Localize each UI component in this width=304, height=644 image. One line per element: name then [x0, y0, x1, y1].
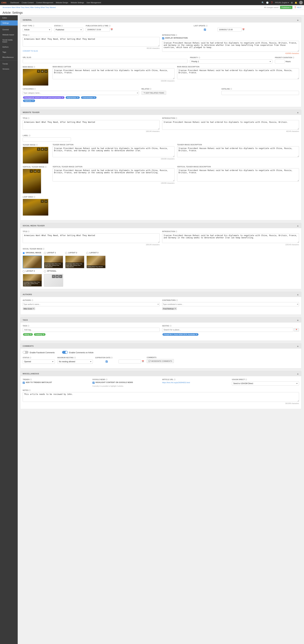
- url-slug-input[interactable]: armenians-want-what-they-need-after-gett…: [23, 59, 187, 63]
- remove-category-tag-3[interactable]: ✕: [32, 100, 34, 102]
- related-items-button[interactable]: ✎ EDIT RELATED ITEMS: [142, 91, 166, 95]
- geotag-map-btn[interactable]: 📍: [294, 328, 299, 332]
- article-comments-toggle[interactable]: [62, 351, 68, 354]
- optional-delete-btn[interactable]: ✕: [59, 275, 62, 278]
- remove-contributor-0[interactable]: ✕: [175, 308, 176, 310]
- remove-author-0[interactable]: ✕: [33, 308, 34, 310]
- last-update-calendar-icon[interactable]: 📅: [242, 28, 245, 31]
- status-info-icon[interactable]: ⓘ: [61, 25, 63, 27]
- layout-optional-radio[interactable]: [44, 270, 46, 272]
- nav-dashboard[interactable]: Dashboard: [11, 2, 19, 4]
- wt-loop-delete-btn[interactable]: ✕: [44, 200, 48, 203]
- wt-title-input[interactable]: Armenians Want What They Need, After Get…: [23, 120, 160, 130]
- smt-title-info-icon[interactable]: ⓘ: [28, 231, 30, 232]
- display-intro-checkbox[interactable]: [162, 37, 164, 40]
- smt-intro-info-icon[interactable]: ⓘ: [175, 231, 177, 232]
- layout-3-radio[interactable]: [86, 252, 89, 254]
- sidebar-item-settings[interactable]: Settings: [0, 20, 18, 26]
- region-language[interactable]: RFE/RL English ▾: [275, 2, 289, 4]
- contributors-input[interactable]: [163, 303, 296, 305]
- wt-vertical-info-icon[interactable]: ⓘ: [45, 166, 47, 168]
- sidebar-item-miscellaneous[interactable]: Miscellaneous: [0, 55, 18, 60]
- tags-info-icon[interactable]: ⓘ: [28, 325, 29, 327]
- wt-intro-info-icon[interactable]: ⓘ: [175, 117, 177, 119]
- dateline-info-icon[interactable]: ⓘ: [230, 88, 232, 90]
- category-tag-0[interactable]: Покождение жизни русского революционера …: [23, 96, 65, 99]
- last-update-checkbox[interactable]: [194, 28, 216, 31]
- remove-geotag[interactable]: ✕: [196, 334, 197, 336]
- layout-4-radio[interactable]: [23, 270, 25, 272]
- wt-label-info-icon[interactable]: ⓘ: [29, 135, 31, 136]
- post-type-info-icon[interactable]: ⓘ: [33, 25, 34, 27]
- authors-input[interactable]: [24, 303, 157, 305]
- sidebar-item-website-teaser[interactable]: Website teaser: [0, 32, 18, 37]
- wt-teaser-delete-btn[interactable]: ✕: [44, 148, 48, 151]
- article-url-info-icon[interactable]: ⓘ: [174, 379, 175, 380]
- authors-list-icon[interactable]: ≡: [157, 303, 159, 306]
- moderate-comments-button[interactable]: 💬 MODERATE COMMENTS: [147, 359, 174, 363]
- remove-tag-0[interactable]: ✕: [30, 334, 32, 336]
- main-image-desc-input[interactable]: Iranian President Hassan Rohani said he …: [177, 68, 299, 79]
- wt-teaser-desc-input[interactable]: Iranian President Hassan Rohani said he …: [177, 146, 299, 157]
- wt-label-input[interactable]: Ukrainian Prisoner: [23, 138, 71, 142]
- article-url-link[interactable]: https://text.rfel.org/a/26094653.html: [162, 382, 190, 384]
- categories-list-icon[interactable]: ≡: [137, 92, 138, 94]
- wt-vertical-caption-input[interactable]: Iranian President Hassan Rohani said he …: [53, 168, 175, 182]
- expiration-date-checkbox[interactable]: [95, 360, 118, 362]
- sidebar-item-general[interactable]: General: [0, 27, 18, 32]
- remove-tag-1[interactable]: ✕: [43, 334, 44, 336]
- layout-original-radio[interactable]: [23, 252, 25, 254]
- breadcrumb-link[interactable]: Armenians Want What They Need, After Get…: [3, 6, 56, 8]
- wt-teaser-image-info-icon[interactable]: ⓘ: [36, 144, 38, 146]
- published-button[interactable]: Published ▾: [280, 6, 292, 9]
- priority-duration-info-icon[interactable]: ⓘ: [292, 57, 294, 58]
- wt-vertical-desc-input[interactable]: Iranian President Hassan Rohani said he …: [177, 168, 299, 182]
- comments-section-header[interactable]: COMMENTS ▲: [21, 344, 301, 348]
- nav-website-design[interactable]: Website Design: [56, 2, 68, 4]
- priority-duration-input[interactable]: 3: [275, 60, 284, 64]
- social-media-teaser-header[interactable]: SOCIAL MEDIA TEASER ▲: [21, 223, 301, 228]
- title-info-icon[interactable]: ⓘ: [28, 34, 30, 36]
- remove-category-tag-1[interactable]: ✕: [77, 96, 79, 98]
- clock-icon[interactable]: 🕐: [266, 2, 269, 4]
- bell-icon[interactable]: 🔔: [295, 2, 297, 4]
- miscellaneous-section-header[interactable]: MISCELLANEOUS ▲: [21, 371, 301, 376]
- search-icon[interactable]: 🔍: [261, 2, 264, 4]
- contributors-list-icon[interactable]: ≡: [297, 303, 298, 306]
- smt-social-image-info-icon[interactable]: ⓘ: [43, 248, 44, 250]
- wt-teaser-edit-btn[interactable]: ✎: [37, 148, 40, 151]
- trends-info-icon[interactable]: ⓘ: [30, 379, 32, 380]
- pub-date-info-icon[interactable]: ⓘ: [109, 25, 111, 27]
- wt-vertical-crop-btn[interactable]: ⊞: [34, 170, 37, 173]
- notes-input[interactable]: This article needs to be reviewed by Joh…: [23, 392, 299, 402]
- wt-title-info-icon[interactable]: ⓘ: [28, 117, 30, 119]
- nav-website-settings[interactable]: Website Settings: [71, 2, 84, 4]
- wt-loop-edit-btn[interactable]: ✎: [41, 200, 44, 203]
- category-tag-2[interactable]: Turkmenistan ✕: [81, 96, 97, 99]
- help-icon[interactable]: ❓: [270, 2, 273, 4]
- main-image-delete-btn[interactable]: ✕: [44, 70, 48, 73]
- pub-date-input[interactable]: [86, 28, 110, 32]
- main-image-crop-btn[interactable]: ⊞: [41, 70, 44, 73]
- smt-intro-input[interactable]: Iranian President Hassan Rohani said he …: [162, 233, 299, 243]
- wt-vertical-edit-btn[interactable]: ✎: [30, 170, 33, 173]
- tags-input[interactable]: [23, 328, 160, 332]
- remove-category-tag-2[interactable]: ✕: [94, 96, 95, 98]
- post-type-select[interactable]: Article: [23, 28, 52, 32]
- last-update-info-icon[interactable]: ⓘ: [206, 25, 207, 27]
- general-section-header[interactable]: GENERAL ▲: [21, 17, 301, 22]
- sidebar-item-tags[interactable]: Tags: [0, 50, 18, 55]
- sidebar-item-editor[interactable]: Editor: [0, 15, 18, 20]
- remove-category-tag-0[interactable]: ✕: [62, 96, 63, 98]
- trends-checkbox[interactable]: [23, 382, 25, 384]
- main-image-info-icon[interactable]: ⓘ: [34, 66, 35, 68]
- usagm-info-icon[interactable]: ⓘ: [245, 379, 247, 380]
- nav-content-management[interactable]: Content Management: [36, 2, 53, 4]
- related-info-icon[interactable]: ⓘ: [150, 88, 151, 90]
- pub-date-calendar-icon[interactable]: 📅: [111, 28, 113, 31]
- avatar[interactable]: [299, 1, 303, 4]
- expiration-date-info-icon[interactable]: ⓘ: [111, 357, 113, 358]
- main-image-caption-input[interactable]: Iranian President Hassan Rohani said he …: [53, 68, 175, 79]
- categories-info-icon[interactable]: ⓘ: [34, 88, 36, 90]
- max-nesting-select[interactable]: No nesting allowed: [58, 360, 93, 364]
